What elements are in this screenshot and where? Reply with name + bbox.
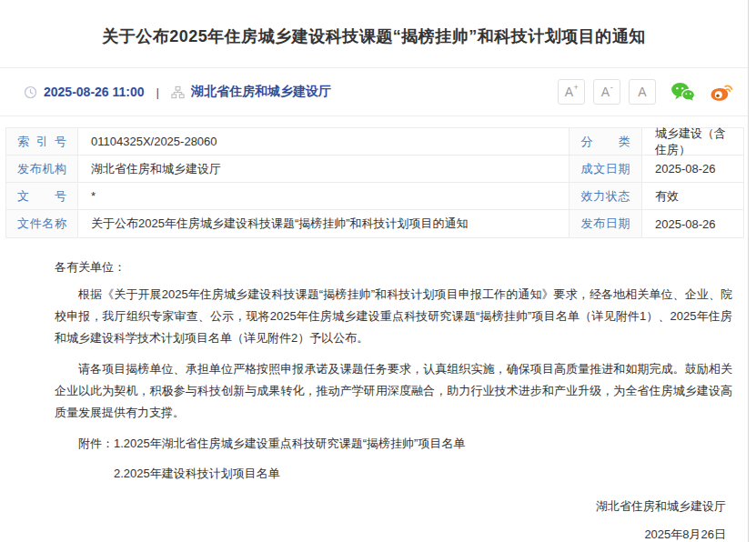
signature-block: 湖北省住房和城乡建设厅 2025年8月26日: [55, 496, 732, 542]
publish-date-label: 发布日期: [570, 210, 642, 237]
meta-actions: A+ A- A: [549, 79, 733, 105]
attachment-item: 2.2025年建设科技计划项目名单: [114, 463, 465, 485]
written-date-label: 成文日期: [570, 156, 642, 183]
font-increase-button[interactable]: A+: [558, 79, 585, 105]
clock-icon: [24, 85, 37, 99]
notice-body: 各有关单位： 根据《关于开展2025年住房城乡建设科技课题“揭榜挂帅”和科技计划…: [0, 238, 756, 542]
salutation: 各有关单位：: [55, 256, 732, 278]
attachment-item: 1.2025年湖北省住房城乡建设重点科技研究课题“揭榜挂帅”项目名单: [114, 433, 465, 455]
page-right-border: [748, 0, 749, 542]
weibo-share-icon[interactable]: [710, 81, 733, 103]
doc-title-label: 文件名称: [6, 210, 78, 237]
doc-title-value: 关于公布2025年住房城乡建设科技课题“揭榜挂帅”和科技计划项目的通知: [78, 210, 570, 237]
font-reset-button[interactable]: A: [629, 79, 656, 105]
page-title: 关于公布2025年住房城乡建设科技课题“揭榜挂帅”和科技计划项目的通知: [102, 25, 646, 47]
index-no-label: 索引号: [6, 128, 78, 156]
signature-date: 2025年8月26日: [55, 524, 726, 542]
doc-number-label: 文号: [6, 183, 78, 210]
source-org-link[interactable]: 湖北省住房和城乡建设厅: [191, 84, 331, 100]
document-info-table: 索引号 01104325X/2025-28060 分类 城乡建设（含住房） 发布…: [5, 127, 744, 238]
attachments-list: 1.2025年湖北省住房城乡建设重点科技研究课题“揭榜挂帅”项目名单 2.202…: [114, 433, 465, 485]
meta-bar: 2025-08-26 11:00 | 湖北省住房和城乡建设厅 A+ A- A: [0, 68, 748, 116]
org-structure-icon: [171, 85, 185, 99]
validity-status-value: 有效: [642, 183, 743, 210]
issuing-agency-label: 发布机构: [6, 156, 78, 183]
wechat-share-icon[interactable]: [670, 81, 695, 103]
issuing-agency-value: 湖北省住房和城乡建设厅: [78, 156, 570, 183]
meta-separator: |: [156, 85, 159, 99]
body-paragraph: 请各项目揭榜单位、承担单位严格按照申报承诺及课题任务要求，认真组织实施，确保项目…: [55, 358, 732, 424]
written-date-value: 2025-08-26: [642, 156, 743, 183]
validity-status-label: 效力状态: [570, 183, 642, 210]
attachments-label: 附件：: [78, 433, 114, 485]
doc-number-value: *: [78, 183, 570, 210]
publish-date-value: 2025-08-26: [642, 210, 743, 237]
notice-page: 关于公布2025年住房城乡建设科技课题“揭榜挂帅”和科技计划项目的通知 2025…: [0, 0, 756, 542]
body-paragraph: 根据《关于开展2025年住房城乡建设科技课题“揭榜挂帅”和科技计划项目申报工作的…: [55, 284, 732, 349]
font-decrease-button[interactable]: A-: [593, 79, 620, 105]
classification-label: 分类: [570, 128, 642, 156]
classification-value: 城乡建设（含住房）: [642, 128, 743, 156]
publish-datetime: 2025-08-26 11:00: [44, 85, 145, 99]
index-no-value: 01104325X/2025-28060: [78, 128, 570, 156]
meta-info: 2025-08-26 11:00 | 湖北省住房和城乡建设厅: [24, 84, 331, 100]
title-bar: 关于公布2025年住房城乡建设科技课题“揭榜挂帅”和科技计划项目的通知: [0, 0, 748, 68]
signature-org: 湖北省住房和城乡建设厅: [55, 496, 726, 517]
attachments-block: 附件： 1.2025年湖北省住房城乡建设重点科技研究课题“揭榜挂帅”项目名单 2…: [55, 433, 732, 485]
